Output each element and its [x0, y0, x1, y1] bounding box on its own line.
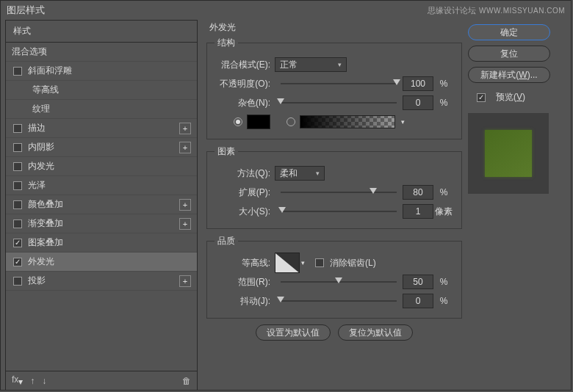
jitter-unit: %: [433, 296, 454, 306]
opacity-slider[interactable]: [281, 83, 397, 84]
drop-shadow-row[interactable]: 投影+: [6, 272, 197, 291]
fx-icon[interactable]: fx▾: [12, 374, 23, 387]
new-style-button[interactable]: 新建样式(W)...: [468, 67, 550, 83]
inner-glow-label: 内发光: [28, 160, 54, 173]
gradient-overlay-add-icon[interactable]: +: [179, 218, 191, 230]
jitter-label: 抖动(J):: [215, 295, 275, 308]
preview-checkbox[interactable]: [477, 93, 486, 102]
texture-row[interactable]: 纹理: [6, 100, 197, 119]
satin-label: 光泽: [28, 179, 46, 192]
preview-thumbnail: [468, 113, 549, 194]
inner-shadow-add-icon[interactable]: +: [179, 142, 191, 153]
outer-glow-checkbox[interactable]: [13, 258, 22, 266]
spread-label: 扩展(P):: [215, 186, 275, 199]
arrow-up-icon[interactable]: ↑: [30, 376, 35, 386]
spread-unit: %: [433, 187, 454, 197]
jitter-input[interactable]: 0: [403, 294, 433, 308]
preview-label: 预览(V): [496, 91, 525, 104]
bevel-label: 斜面和浮雕: [28, 65, 72, 77]
gradient-radio[interactable]: [286, 117, 295, 126]
inner-shadow-row[interactable]: 内阴影+: [6, 138, 197, 157]
ok-button[interactable]: 确定: [468, 24, 550, 40]
panel-title: 外发光: [209, 21, 462, 34]
sidebar-footer: fx▾ ↑ ↓ 🗑: [6, 371, 197, 390]
glow-gradient-swatch[interactable]: [300, 115, 395, 128]
stroke-label: 描边: [28, 122, 46, 134]
opacity-unit: %: [433, 79, 454, 89]
chevron-down-icon[interactable]: ▾: [401, 118, 405, 126]
inner-shadow-checkbox[interactable]: [13, 143, 22, 152]
layer-style-dialog: 图层样式 思缘设计论坛 WWW.MISSYUAN.COM 样式 混合选项 斜面和…: [0, 0, 572, 391]
blend-options-label: 混合选项: [12, 46, 47, 58]
range-input[interactable]: 50: [403, 275, 433, 289]
contour-thumbnail[interactable]: [275, 253, 300, 273]
blend-mode-select[interactable]: 正常▾: [275, 57, 347, 72]
chevron-down-icon[interactable]: ▾: [301, 259, 305, 266]
stroke-checkbox[interactable]: [13, 124, 22, 133]
reset-button[interactable]: 复位: [468, 46, 550, 62]
color-overlay-row[interactable]: 颜色叠加+: [6, 195, 197, 214]
bevel-checkbox[interactable]: [13, 67, 22, 76]
opacity-label: 不透明度(O):: [215, 78, 275, 90]
blend-mode-label: 混合模式(E):: [215, 59, 275, 71]
settings-panel: 外发光 结构 混合模式(E): 正常▾ 不透明度(O): 100 % 杂色(N)…: [202, 20, 466, 391]
contour-label: 等高线:: [215, 257, 275, 269]
blend-options-row[interactable]: 混合选项: [6, 43, 197, 62]
reset-default-button[interactable]: 复位为默认值: [338, 324, 413, 341]
color-overlay-add-icon[interactable]: +: [179, 199, 191, 211]
color-overlay-label: 颜色叠加: [28, 198, 63, 211]
gradient-overlay-row[interactable]: 渐变叠加+: [6, 214, 197, 233]
satin-row[interactable]: 光泽: [6, 176, 197, 195]
spread-slider[interactable]: [281, 192, 397, 193]
forum-name: 思缘设计论坛: [428, 5, 476, 16]
outer-glow-label: 外发光: [28, 255, 54, 268]
pattern-overlay-checkbox[interactable]: [13, 239, 22, 247]
contour-row[interactable]: 等高线: [6, 81, 197, 100]
pattern-overlay-row[interactable]: 图案叠加: [6, 233, 197, 253]
stroke-add-icon[interactable]: +: [179, 123, 191, 134]
drop-shadow-checkbox[interactable]: [13, 277, 22, 286]
stroke-row[interactable]: 描边+: [6, 119, 197, 138]
color-radio[interactable]: [234, 117, 242, 126]
inner-glow-checkbox[interactable]: [13, 162, 22, 171]
chevron-down-icon: ▾: [338, 61, 342, 68]
range-unit: %: [433, 277, 454, 287]
size-label: 大小(S):: [215, 206, 275, 218]
glow-color-swatch[interactable]: [247, 115, 270, 129]
size-input[interactable]: 1: [403, 204, 433, 219]
drop-shadow-add-icon[interactable]: +: [179, 275, 191, 287]
noise-unit: %: [433, 98, 454, 108]
trash-icon[interactable]: 🗑: [182, 376, 191, 386]
quality-group: 品质 等高线: ▾ 消除锯齿(L) 范围(R): 50 % 抖动(J):: [206, 235, 462, 319]
dialog-title: 图层样式: [7, 4, 428, 17]
contour-label: 等高线: [32, 84, 59, 96]
styles-header: 样式: [6, 21, 197, 43]
make-default-button[interactable]: 设置为默认值: [256, 324, 331, 341]
noise-input[interactable]: 0: [403, 95, 433, 110]
satin-checkbox[interactable]: [13, 181, 22, 190]
preview-swatch: [485, 130, 532, 177]
outer-glow-row[interactable]: 外发光: [6, 253, 197, 272]
new-style-label: 新建样式(W)...: [480, 69, 537, 81]
bevel-row[interactable]: 斜面和浮雕: [6, 62, 197, 81]
inner-glow-row[interactable]: 内发光: [6, 157, 197, 176]
structure-group: 结构 混合模式(E): 正常▾ 不透明度(O): 100 % 杂色(N): 0 …: [206, 37, 462, 139]
technique-select[interactable]: 柔和▾: [275, 166, 325, 181]
pattern-overlay-label: 图案叠加: [28, 236, 63, 249]
titlebar: 图层样式 思缘设计论坛 WWW.MISSYUAN.COM: [1, 1, 571, 20]
anti-alias-checkbox[interactable]: [315, 258, 324, 267]
color-overlay-checkbox[interactable]: [13, 200, 22, 209]
gradient-overlay-checkbox[interactable]: [13, 219, 22, 228]
arrow-down-icon[interactable]: ↓: [42, 376, 46, 386]
inner-shadow-label: 内阴影: [28, 141, 54, 153]
spread-input[interactable]: 80: [403, 185, 433, 200]
noise-slider[interactable]: [281, 102, 397, 104]
structure-legend: 结构: [215, 37, 238, 49]
jitter-slider[interactable]: [281, 300, 397, 302]
anti-alias-label: 消除锯齿(L): [330, 257, 376, 269]
size-unit: 像素: [433, 206, 454, 218]
opacity-input[interactable]: 100: [403, 76, 433, 91]
noise-label: 杂色(N):: [215, 97, 275, 109]
size-slider[interactable]: [281, 211, 397, 212]
range-slider[interactable]: [281, 281, 397, 283]
